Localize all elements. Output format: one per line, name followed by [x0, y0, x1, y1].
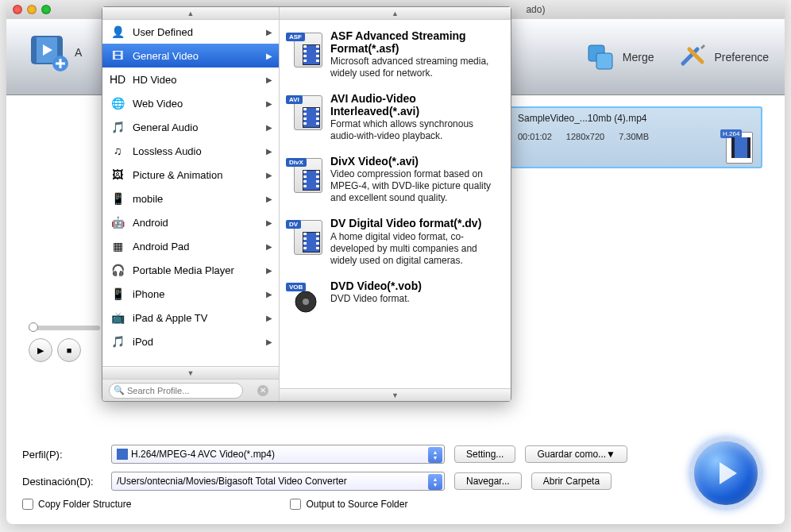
category-label: User Defined: [133, 26, 193, 38]
file-thumbnail: H.264: [726, 132, 753, 164]
format-tag: ASF: [286, 33, 305, 41]
category-item[interactable]: 🎵iPod▶: [102, 330, 279, 353]
add-video-button[interactable]: A: [29, 32, 82, 73]
close-window-button[interactable]: [13, 5, 22, 14]
preference-button[interactable]: Preference: [677, 41, 769, 73]
format-tag: DivX: [286, 158, 307, 167]
scroll-down-button[interactable]: ▼: [102, 366, 279, 379]
category-item[interactable]: ♫Lossless Audio▶: [102, 139, 279, 163]
category-label: mobile: [133, 193, 163, 205]
category-icon: ♫: [110, 144, 125, 158]
file-list-item[interactable]: SampleVideo_...10mb (4).mp4 00:01:02 128…: [508, 106, 762, 168]
category-label: Android Pad: [133, 241, 190, 253]
format-tag: AVI: [286, 95, 303, 104]
format-item[interactable]: DVDV Digital Video format(*.dv)A home di…: [280, 210, 511, 272]
scroll-down-button[interactable]: ▼: [280, 388, 511, 401]
profile-format-icon: [117, 449, 128, 460]
category-icon: ▦: [110, 239, 125, 253]
video-preview-controls: ▶ ■: [29, 326, 100, 362]
category-panel: ▲ 👤User Defined▶🎞General Video▶HDHD Vide…: [102, 7, 279, 401]
category-item[interactable]: 📱mobile▶: [102, 187, 279, 210]
category-item[interactable]: HDHD Video▶: [102, 67, 279, 91]
category-label: Web Video: [133, 98, 183, 110]
scroll-up-button[interactable]: ▲: [280, 7, 511, 20]
format-tag: DV: [286, 220, 301, 229]
zoom-window-button[interactable]: [41, 5, 51, 14]
play-button[interactable]: ▶: [29, 338, 52, 362]
category-icon: 👤: [110, 25, 125, 39]
format-title: DVD Video(*.vob): [330, 279, 501, 292]
profile-select[interactable]: H.264/MPEG-4 AVC Video(*.mp4) ▲▼: [111, 445, 445, 464]
chevron-right-icon: ▶: [266, 337, 272, 346]
format-item[interactable]: AVIAVI Audio-Video Interleaved(*.avi)For…: [280, 86, 511, 148]
merge-label: Merge: [623, 51, 654, 64]
output-source-checkbox[interactable]: Output to Source Folder: [290, 499, 407, 510]
category-icon: 📱: [110, 287, 125, 301]
category-item[interactable]: ▦ Android Pad▶: [102, 234, 279, 258]
category-label: iPod: [133, 336, 153, 348]
category-item[interactable]: 🌐Web Video▶: [102, 91, 279, 115]
save-as-button[interactable]: Guardar como... ▼: [525, 445, 627, 463]
scroll-up-button[interactable]: ▲: [102, 7, 279, 20]
category-icon: 📱: [110, 191, 125, 206]
format-icon: AVI: [289, 92, 322, 130]
category-item[interactable]: 🎧Portable Media Player▶: [102, 258, 279, 282]
format-item[interactable]: DivXDivX Video(*.avi)Video compression f…: [280, 148, 511, 210]
format-tag: VOB: [286, 283, 306, 291]
start-conversion-button[interactable]: [691, 438, 761, 508]
format-icon: DivX: [289, 155, 322, 193]
merge-button[interactable]: Merge: [585, 41, 654, 73]
file-metadata: 00:01:02 1280x720 7.30MB: [518, 132, 753, 141]
format-title: DivX Video(*.avi): [330, 155, 501, 168]
category-icon: 🎵: [110, 334, 125, 349]
chevron-right-icon: ▶: [266, 171, 272, 179]
category-label: iPhone: [133, 288, 164, 300]
svg-point-16: [303, 299, 309, 305]
playhead-thumb[interactable]: [29, 322, 38, 332]
profile-label: Perfil(P):: [22, 449, 102, 461]
format-icon: DV: [289, 217, 322, 255]
category-item[interactable]: 🤖Android▶: [102, 210, 279, 234]
format-item[interactable]: VOBDVD Video(*.vob)DVD Video format.: [280, 273, 511, 324]
copy-folder-input[interactable]: [22, 499, 33, 510]
browse-button[interactable]: Navegar...: [454, 472, 522, 490]
output-source-input[interactable]: [290, 499, 301, 510]
chevron-right-icon: ▶: [266, 99, 272, 108]
chevron-right-icon: ▶: [266, 290, 272, 299]
format-title: ASF Advanced Streaming Format(*.asf): [330, 29, 501, 55]
setting-button[interactable]: Setting...: [454, 445, 515, 463]
chevron-right-icon: ▶: [266, 195, 272, 203]
destination-label: Destinación(D):: [22, 476, 102, 488]
playhead-slider[interactable]: [29, 326, 100, 330]
profile-value: H.264/MPEG-4 AVC Video(*.mp4): [131, 449, 275, 460]
clear-search-button[interactable]: ✕: [257, 385, 268, 396]
chevron-up-icon: ▲: [187, 10, 195, 17]
chevron-right-icon: ▶: [266, 147, 272, 156]
chevron-right-icon: ▶: [266, 242, 272, 251]
chevron-up-icon: ▲: [392, 10, 399, 17]
open-folder-button[interactable]: Abrir Carpeta: [531, 472, 612, 490]
copy-folder-checkbox[interactable]: Copy Folder Structure: [22, 499, 131, 510]
bottom-panel: Perfil(P): H.264/MPEG-4 AVC Video(*.mp4)…: [22, 445, 769, 510]
category-item[interactable]: 👤User Defined▶: [102, 20, 279, 44]
stop-button[interactable]: ■: [57, 338, 81, 362]
add-video-icon: [29, 32, 70, 73]
category-item[interactable]: 🎞General Video▶: [102, 44, 279, 67]
svg-rect-5: [32, 37, 37, 64]
category-label: Portable Media Player: [133, 264, 234, 276]
format-item[interactable]: ASFASF Advanced Streaming Format(*.asf)M…: [280, 23, 511, 86]
format-icon: ASF: [289, 29, 322, 67]
chevron-right-icon: ▶: [266, 218, 272, 227]
chevron-down-icon: ▼: [187, 369, 195, 377]
category-item[interactable]: 📱iPhone▶: [102, 282, 279, 306]
format-description: DVD Video format.: [330, 293, 501, 305]
search-input[interactable]: [109, 383, 243, 399]
destination-select[interactable]: /Users/ontecnia/Movies/Bigasoft Total Vi…: [111, 472, 445, 491]
category-label: General Audio: [133, 121, 198, 133]
svg-rect-13: [747, 137, 750, 158]
category-item[interactable]: 🖼Picture & Animation▶: [102, 163, 279, 187]
minimize-window-button[interactable]: [27, 5, 37, 14]
category-item[interactable]: 🎵General Audio▶: [102, 115, 279, 139]
category-icon: 🤖: [110, 215, 125, 229]
category-item[interactable]: 📺iPad & Apple TV▶: [102, 306, 279, 330]
